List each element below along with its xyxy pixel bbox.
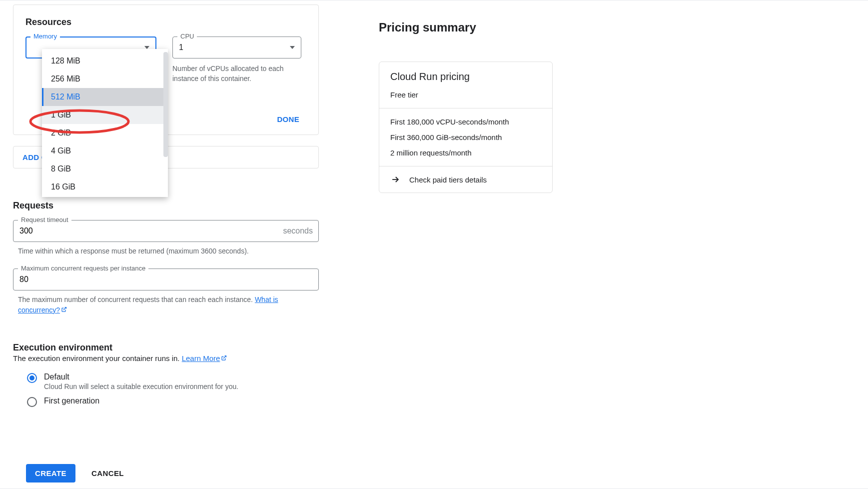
tier-line: First 360,000 GiB-seconds/month xyxy=(390,133,541,142)
exec-description: The execution environment your container… xyxy=(13,354,319,362)
memory-label: Memory xyxy=(30,32,60,40)
requests-heading: Requests xyxy=(13,200,319,211)
cpu-helper-text: Number of vCPUs allocated to each instan… xyxy=(172,64,301,84)
done-button[interactable]: DONE xyxy=(270,111,306,128)
concurrency-helper: The maximum number of concurrent request… xyxy=(18,294,319,316)
paid-tiers-link[interactable]: Check paid tiers details xyxy=(379,166,552,192)
external-link-icon xyxy=(61,306,67,316)
cancel-button[interactable]: CANCEL xyxy=(91,469,124,478)
pricing-card-title: Cloud Run pricing xyxy=(390,71,541,82)
memory-option[interactable]: 1 GiB xyxy=(42,106,168,124)
paid-tiers-label: Check paid tiers details xyxy=(409,176,487,184)
radio-default-label: Default xyxy=(44,372,238,382)
timeout-suffix: seconds xyxy=(283,226,313,236)
requests-section: Requests Request timeout seconds Time wi… xyxy=(13,200,319,316)
memory-option[interactable]: 4 GiB xyxy=(42,142,168,160)
settings-form: Resources Memory CPU 1 Number of vCPUs a… xyxy=(13,4,319,488)
cpu-select-value: 1 xyxy=(179,43,183,52)
resources-heading: Resources xyxy=(25,17,306,28)
timeout-helper: Time within which a response must be ret… xyxy=(18,246,319,256)
external-link-icon xyxy=(221,355,227,362)
create-button[interactable]: CREATE xyxy=(26,464,75,482)
exec-radio-default[interactable]: Default Cloud Run will select a suitable… xyxy=(27,372,319,390)
pricing-panel: Pricing summary Cloud Run pricing Free t… xyxy=(379,4,569,488)
radio-firstgen-label: First generation xyxy=(44,396,99,406)
memory-option[interactable]: 2 GiB xyxy=(42,124,168,142)
memory-dropdown-menu: 128 MiB256 MiB512 MiB1 GiB2 GiB4 GiB8 Gi… xyxy=(42,49,168,197)
execution-environment-section: Execution environment The execution envi… xyxy=(13,342,319,407)
exec-heading: Execution environment xyxy=(13,342,319,353)
pricing-card: Cloud Run pricing Free tier First 180,00… xyxy=(379,62,553,193)
exec-learn-more-link[interactable]: Learn More xyxy=(182,354,220,362)
timeout-label: Request timeout xyxy=(18,216,71,224)
memory-option[interactable]: 256 MiB xyxy=(42,70,168,88)
pricing-summary-heading: Pricing summary xyxy=(379,20,569,34)
concurrency-helper-text: The maximum number of concurrent request… xyxy=(18,296,255,304)
exec-radio-firstgen[interactable]: First generation xyxy=(27,396,319,407)
radio-firstgen[interactable] xyxy=(27,397,37,407)
radio-default-sub: Cloud Run will select a suitable executi… xyxy=(44,382,238,390)
arrow-right-icon xyxy=(390,174,400,184)
memory-option[interactable]: 128 MiB xyxy=(42,52,168,70)
cpu-label: CPU xyxy=(177,32,197,40)
tier-line: First 180,000 vCPU-seconds/month xyxy=(390,118,541,126)
chevron-down-icon xyxy=(290,46,295,49)
radio-default[interactable] xyxy=(27,373,37,383)
memory-option[interactable]: 512 MiB xyxy=(42,88,168,106)
free-tier-label: Free tier xyxy=(390,90,541,99)
footer-actions: CREATE CANCEL xyxy=(26,464,124,482)
dropdown-scrollbar[interactable] xyxy=(163,52,168,157)
tier-line: 2 million requests/month xyxy=(390,148,541,157)
memory-option[interactable]: 8 GiB xyxy=(42,160,168,178)
concurrency-label: Maximum concurrent requests per instance xyxy=(18,264,148,272)
concurrency-field-wrap: Maximum concurrent requests per instance xyxy=(13,268,319,290)
tier-list: First 180,000 vCPU-seconds/month First 3… xyxy=(379,108,552,166)
timeout-field-wrap: Request timeout seconds xyxy=(13,220,319,242)
cpu-field[interactable]: CPU 1 Number of vCPUs allocated to each … xyxy=(172,36,301,84)
memory-option[interactable]: 16 GiB xyxy=(42,178,168,196)
